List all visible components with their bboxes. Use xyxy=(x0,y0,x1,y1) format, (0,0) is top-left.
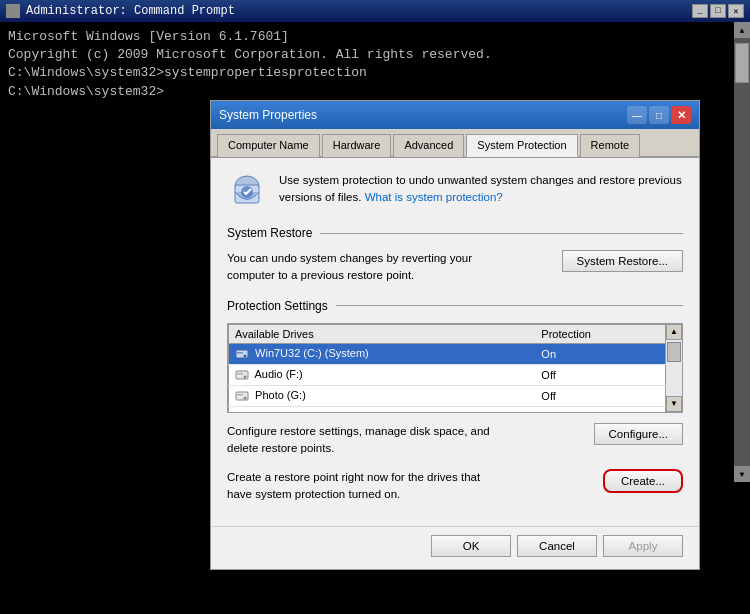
svg-rect-5 xyxy=(237,352,243,354)
col-protection: Protection xyxy=(535,324,665,343)
cmd-line2: Copyright (c) 2009 Microsoft Corporation… xyxy=(8,46,742,64)
cmd-content: Microsoft Windows [Version 6.1.7601] Cop… xyxy=(0,22,750,107)
table-scrollbar[interactable]: ▲ ▼ xyxy=(666,324,682,412)
cmd-scroll-up[interactable]: ▲ xyxy=(734,22,750,38)
protection-section: Protection Settings Available Drives Pro… xyxy=(227,299,683,413)
cmd-minimize-button[interactable]: _ xyxy=(692,4,708,18)
cancel-button[interactable]: Cancel xyxy=(517,535,597,557)
create-button[interactable]: Create... xyxy=(603,469,683,493)
configure-button[interactable]: Configure... xyxy=(594,423,683,445)
table-scroll-down[interactable]: ▼ xyxy=(666,396,682,412)
shield-icon xyxy=(227,172,267,212)
cmd-line1: Microsoft Windows [Version 6.1.7601] xyxy=(8,28,742,46)
system-properties-dialog: System Properties — □ ✕ Computer Name Ha… xyxy=(210,100,700,570)
tab-remote[interactable]: Remote xyxy=(580,134,641,157)
table-row[interactable]: Video (H:) Off xyxy=(229,406,666,412)
tab-system-protection[interactable]: System Protection xyxy=(466,134,577,157)
svg-point-4 xyxy=(244,354,247,357)
system-restore-button[interactable]: System Restore... xyxy=(562,250,683,272)
dialog-maximize-button[interactable]: □ xyxy=(649,106,669,124)
cmd-icon xyxy=(6,4,20,18)
intro-section: Use system protection to undo unwanted s… xyxy=(227,172,683,212)
svg-point-10 xyxy=(244,396,247,399)
svg-point-7 xyxy=(244,375,247,378)
system-protection-link[interactable]: What is system protection? xyxy=(365,191,503,203)
cmd-scroll-thumb[interactable] xyxy=(735,43,749,83)
dialog-minimize-button[interactable]: — xyxy=(627,106,647,124)
tab-hardware[interactable]: Hardware xyxy=(322,134,392,157)
tab-advanced[interactable]: Advanced xyxy=(393,134,464,157)
table-scroll-up[interactable]: ▲ xyxy=(666,324,682,340)
table-row[interactable]: Audio (F:) Off xyxy=(229,364,666,385)
tab-bar: Computer Name Hardware Advanced System P… xyxy=(211,129,699,158)
cmd-title: Administrator: Command Prompt xyxy=(26,4,235,18)
dialog-close-button[interactable]: ✕ xyxy=(671,106,691,124)
tab-computer-name[interactable]: Computer Name xyxy=(217,134,320,157)
dialog-footer: OK Cancel Apply xyxy=(211,526,699,569)
system-restore-title: System Restore xyxy=(227,226,312,240)
cmd-scroll-down[interactable]: ▼ xyxy=(734,466,750,482)
table-scroll-thumb[interactable] xyxy=(667,342,681,362)
system-restore-description: You can undo system changes by reverting… xyxy=(227,250,507,285)
cmd-scrollbar[interactable]: ▲ ▼ xyxy=(734,22,750,482)
svg-rect-8 xyxy=(237,373,243,375)
dialog-titlebar: System Properties — □ ✕ xyxy=(211,101,699,129)
drives-table: Available Drives Protection xyxy=(228,324,666,413)
cmd-titlebar: Administrator: Command Prompt _ □ ✕ xyxy=(0,0,750,22)
cmd-line4: C:\Windows\system32> xyxy=(8,83,742,101)
configure-section: Configure restore settings, manage disk … xyxy=(227,423,683,458)
protection-title: Protection Settings xyxy=(227,299,328,313)
configure-description: Configure restore settings, manage disk … xyxy=(227,423,507,458)
col-drive: Available Drives xyxy=(229,324,536,343)
intro-text: Use system protection to undo unwanted s… xyxy=(279,172,683,212)
drives-table-wrapper: Available Drives Protection xyxy=(227,323,683,413)
table-row[interactable]: Photo (G:) Off xyxy=(229,385,666,406)
cmd-close-button[interactable]: ✕ xyxy=(728,4,744,18)
create-section: Create a restore point right now for the… xyxy=(227,469,683,504)
create-description: Create a restore point right now for the… xyxy=(227,469,507,504)
drives-table-header: Available Drives Protection xyxy=(229,324,666,343)
ok-button[interactable]: OK xyxy=(431,535,511,557)
apply-button[interactable]: Apply xyxy=(603,535,683,557)
cmd-scroll-track xyxy=(734,38,750,466)
cmd-line3: C:\Windows\system32>systempropertiesprot… xyxy=(8,64,742,82)
svg-rect-11 xyxy=(237,394,243,396)
system-restore-section: System Restore You can undo system chang… xyxy=(227,226,683,285)
dialog-title: System Properties xyxy=(219,108,317,122)
cmd-maximize-button[interactable]: □ xyxy=(710,4,726,18)
table-row[interactable]: Win7U32 (C:) (System) On xyxy=(229,343,666,364)
cmd-command: systempropertiesprotection xyxy=(164,65,367,80)
dialog-body: Use system protection to undo unwanted s… xyxy=(211,158,699,526)
